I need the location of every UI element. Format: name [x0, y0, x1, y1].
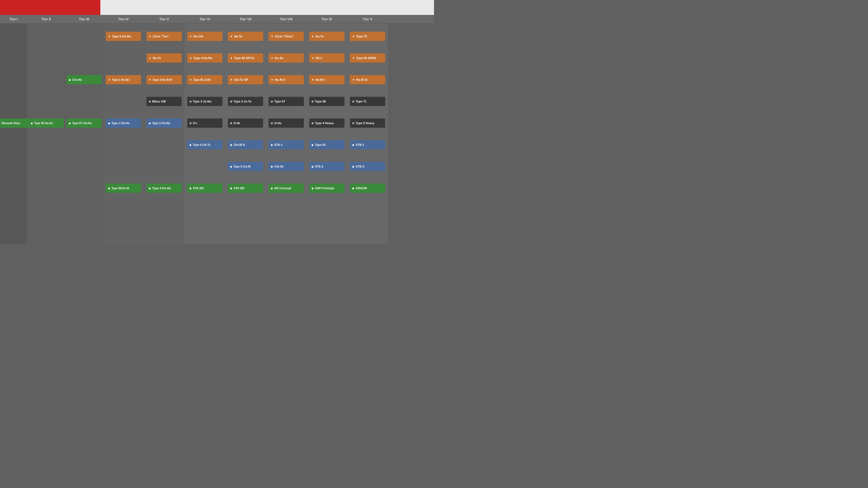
node-chi-nu: ◆Type 3 Chi-Nu	[147, 119, 182, 128]
node-icon-ku-se: ▼	[271, 57, 273, 60]
node-label-ka-to: Ka-To	[315, 35, 323, 38]
node-label-stb1: STB-1	[355, 143, 364, 147]
node-icon-chi-he: ◆	[108, 122, 110, 125]
node-label-ho-ni-i: Type 1 Ho-Ni I	[112, 78, 130, 82]
node-label-o-ni: O-Ni	[234, 122, 240, 125]
node-mitsu: ⊘Mitsu 108	[147, 97, 182, 106]
node-label-type61: Type 61	[315, 143, 326, 147]
node-icon-ji-ro: ▼	[189, 78, 192, 82]
node-label-o-i: O-I	[193, 122, 197, 125]
node-type68: ⊘Type 68	[309, 97, 344, 106]
node-label-type68: Type 68	[315, 100, 326, 103]
node-label-ho-ru: Type 5 Ho-Ru	[112, 35, 131, 38]
node-ke-ho: ◆Type 5 Ke-Ho	[147, 184, 182, 193]
tier-label-7: Tier VII	[225, 15, 266, 23]
node-icon-chi-ri5: ◆	[230, 165, 232, 168]
node-label-ju-to: Type 4 Ju-To	[234, 100, 251, 103]
node-icon-ke-ho: ◆	[149, 187, 151, 190]
node-type4h: ⊘Type 4 Heavy	[309, 119, 344, 128]
node-icon-chi-to-sp: ▼	[230, 78, 233, 82]
node-ho-ri-i: ▼Ho-Ri I	[309, 75, 344, 84]
node-chou: ▼12cm "Chou"	[269, 32, 304, 41]
node-icon-ju-nu: ⊘	[189, 100, 191, 103]
tier-label-9: Tier IX	[307, 15, 347, 23]
node-chi-he: ◆Type 1 Chi-He	[106, 119, 141, 128]
node-icon-chi-nu: ◆	[149, 122, 151, 125]
node-ju-to: ⊘Type 4 Ju-To	[228, 97, 263, 106]
node-o-ho: ⊘O-Ho	[269, 119, 304, 128]
node-25t: ◆25t Concept	[269, 184, 304, 193]
node-icon-renault: ◆	[0, 122, 0, 125]
node-sta25t: ◆STA 25t	[228, 184, 263, 193]
node-icon-chou: ▼	[271, 35, 273, 38]
node-ju-nu: ⊘Type 3 Ju-Nu	[187, 97, 222, 106]
node-ho-ri-iii: ▼Ho-Ri III	[350, 75, 385, 84]
tier-label-6: Tier VI	[184, 15, 225, 23]
col-bg-0	[0, 24, 27, 244]
node-label-chi-to: Type 4 Chi-To	[193, 143, 211, 147]
node-icon-type5h: ⊘	[352, 122, 354, 125]
node-icon-gsr105: ◆	[352, 187, 354, 190]
node-icon-25t: ◆	[271, 187, 273, 190]
node-icon-ha-go: ◆	[31, 122, 33, 125]
node-label-gsr: GSR Prototype	[315, 187, 334, 190]
node-stb1: ◆STB-1	[350, 140, 385, 150]
node-label-chou: 12cm "Chou"	[275, 35, 294, 38]
node-label-stbx: STB-X	[355, 165, 365, 168]
node-o-i: ⊘O-I	[187, 119, 222, 128]
node-icon-type4h: ⊘	[311, 122, 314, 125]
node-label-ke-ni: Type 98 Ke-Ni	[112, 187, 129, 190]
node-label-type75: Type 75	[356, 35, 367, 38]
node-label-chi-ho: Chi-Ho	[72, 78, 82, 82]
node-icon-gsr: ◆	[311, 187, 314, 190]
node-chi-to: ◆Type 4 Chi-To	[187, 140, 222, 150]
node-chi-ho: ◆Chi-Ho	[66, 75, 102, 84]
node-icon-spcg: ▼	[230, 57, 233, 60]
node-spcg: ▼Type 95 SPCG	[228, 54, 263, 63]
node-label-ho-chi: Ho-Chi	[193, 35, 203, 38]
node-icon-ss1: ▼	[311, 57, 314, 60]
node-icon-o-ni: ⊘	[230, 122, 232, 125]
node-ho-ni-i: ▼Type 1 Ho-Ni I	[106, 75, 141, 84]
node-type71: ⊘Type 71	[350, 97, 385, 106]
node-icon-sta3: ◆	[311, 165, 314, 168]
tier-label-10: Tier X	[347, 15, 388, 23]
node-ku-se: ▼Ku-Se	[269, 54, 304, 63]
node-label-tan: 12cm "Tan"	[153, 35, 169, 38]
node-icon-type75: ▼	[352, 35, 355, 38]
node-label-ji-ro: Type 95 Ji-Ro	[193, 78, 211, 82]
header-right	[100, 0, 434, 15]
node-icon-type57: ⊘	[271, 100, 273, 103]
node-label-sta1: STA-1	[274, 143, 283, 147]
node-icon-ho-ri-ii: ▼	[271, 78, 273, 82]
node-icon-chi-se: ◆	[271, 165, 273, 168]
tier-label-2: Tier II	[27, 15, 65, 23]
node-label-chi-he: Type 1 Chi-He	[112, 122, 129, 125]
node-chi-se: ◆Chi-Se	[269, 162, 304, 171]
node-type75: ▼Type 75	[350, 32, 385, 41]
node-sta20t: ◆STA 20t	[187, 184, 222, 193]
node-chi-ha: ◆Type 97 Chi-Ha	[66, 119, 102, 128]
node-ss1: ▼SS-1	[309, 54, 344, 63]
node-sta3: ◆STA-3	[309, 162, 344, 171]
node-icon-o-i: ⊘	[189, 122, 191, 125]
col-bg-1	[27, 24, 65, 244]
node-na-to: ▼Na-To	[228, 32, 263, 41]
node-chi-ri-ii: ◆Chi-Ri II	[228, 140, 263, 150]
node-label-ha-go: Type 95 Ha-Go	[34, 122, 53, 125]
header-title-area	[0, 0, 100, 15]
node-icon-chi-to: ◆	[189, 143, 191, 147]
node-icon-sta1: ◆	[271, 143, 273, 147]
node-renault: ◆Renault Otsu	[0, 119, 31, 128]
node-label-type60: Type 60 SPRG	[356, 56, 376, 60]
node-icon-o-ho: ⊘	[271, 122, 273, 125]
main-content: ◆Light Tank◆Medium Tank⊘Heavy Tank▼Tank …	[0, 24, 434, 244]
node-o-ni: ⊘O-Ni	[228, 119, 263, 128]
node-icon-ho-ri-iii: ▼	[352, 78, 355, 82]
node-label-ho-ro: Type 4 Ho-Ro	[193, 56, 212, 60]
node-ho-to: ▼Ho-To	[147, 54, 182, 63]
tier-label-1: Tier I	[0, 15, 27, 23]
node-icon-chi-ri-ii: ◆	[230, 143, 232, 147]
node-icon-ka-to: ▼	[311, 35, 314, 38]
node-label-sta25t: STA 25t	[234, 187, 244, 190]
